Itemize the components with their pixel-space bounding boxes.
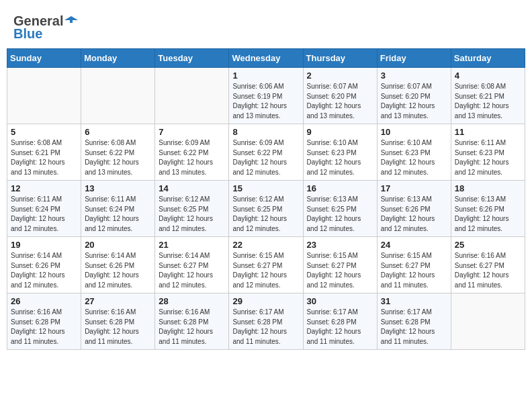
day-info: Sunrise: 6:06 AM Sunset: 6:19 PM Dayligh… [232,82,299,121]
calendar-week-row: 19Sunrise: 6:14 AM Sunset: 6:26 PM Dayli… [7,237,525,293]
day-info: Sunrise: 6:10 AM Sunset: 6:23 PM Dayligh… [381,138,447,177]
day-info: Sunrise: 6:09 AM Sunset: 6:22 PM Dayligh… [232,138,299,177]
day-number: 19 [11,240,77,250]
day-number: 23 [307,240,373,250]
calendar-cell: 23Sunrise: 6:15 AM Sunset: 6:27 PM Dayli… [303,237,377,293]
calendar-cell: 9Sunrise: 6:10 AM Sunset: 6:23 PM Daylig… [303,124,377,181]
day-number: 25 [455,240,521,250]
calendar-cell: 27Sunrise: 6:16 AM Sunset: 6:28 PM Dayli… [81,293,155,350]
day-info: Sunrise: 6:14 AM Sunset: 6:27 PM Dayligh… [159,251,225,290]
calendar-cell: 19Sunrise: 6:14 AM Sunset: 6:26 PM Dayli… [7,237,81,293]
day-info: Sunrise: 6:16 AM Sunset: 6:28 PM Dayligh… [159,308,225,347]
weekday-header-tuesday: Tuesday [155,49,229,68]
calendar-cell: 2Sunrise: 6:07 AM Sunset: 6:20 PM Daylig… [303,68,377,124]
calendar-cell: 24Sunrise: 6:15 AM Sunset: 6:27 PM Dayli… [377,237,451,293]
day-number: 22 [232,240,299,250]
weekday-header-wednesday: Wednesday [229,49,303,68]
day-info: Sunrise: 6:15 AM Sunset: 6:27 PM Dayligh… [232,251,299,290]
day-info: Sunrise: 6:12 AM Sunset: 6:25 PM Dayligh… [232,195,299,234]
calendar-cell: 12Sunrise: 6:11 AM Sunset: 6:24 PM Dayli… [7,181,81,237]
day-number: 9 [307,127,373,137]
day-number: 30 [307,296,373,306]
calendar-table: SundayMondayTuesdayWednesdayThursdayFrid… [7,48,525,350]
day-info: Sunrise: 6:16 AM Sunset: 6:28 PM Dayligh… [11,308,77,347]
calendar-cell: 20Sunrise: 6:14 AM Sunset: 6:26 PM Dayli… [81,237,155,293]
calendar-cell: 22Sunrise: 6:15 AM Sunset: 6:27 PM Dayli… [229,237,303,293]
calendar-cell: 17Sunrise: 6:13 AM Sunset: 6:26 PM Dayli… [377,181,451,237]
day-info: Sunrise: 6:11 AM Sunset: 6:24 PM Dayligh… [11,195,77,234]
calendar-cell: 28Sunrise: 6:16 AM Sunset: 6:28 PM Dayli… [155,293,229,350]
day-info: Sunrise: 6:07 AM Sunset: 6:20 PM Dayligh… [307,82,373,121]
day-number: 28 [159,296,225,306]
calendar-cell: 16Sunrise: 6:13 AM Sunset: 6:25 PM Dayli… [303,181,377,237]
day-number: 16 [307,183,373,193]
calendar-week-row: 12Sunrise: 6:11 AM Sunset: 6:24 PM Dayli… [7,181,525,237]
calendar-body: 1Sunrise: 6:06 AM Sunset: 6:19 PM Daylig… [7,68,525,350]
calendar-cell: 29Sunrise: 6:17 AM Sunset: 6:28 PM Dayli… [229,293,303,350]
calendar-cell: 13Sunrise: 6:11 AM Sunset: 6:24 PM Dayli… [81,181,155,237]
day-info: Sunrise: 6:14 AM Sunset: 6:26 PM Dayligh… [11,251,77,290]
day-number: 14 [159,183,225,193]
calendar-cell: 14Sunrise: 6:12 AM Sunset: 6:25 PM Dayli… [155,181,229,237]
day-number: 8 [232,127,299,137]
logo-bird-icon [64,15,78,28]
day-info: Sunrise: 6:13 AM Sunset: 6:26 PM Dayligh… [381,195,447,234]
day-info: Sunrise: 6:09 AM Sunset: 6:22 PM Dayligh… [159,138,225,177]
day-number: 26 [11,296,77,306]
day-info: Sunrise: 6:10 AM Sunset: 6:23 PM Dayligh… [307,138,373,177]
calendar-week-row: 1Sunrise: 6:06 AM Sunset: 6:19 PM Daylig… [7,68,525,124]
calendar-cell: 31Sunrise: 6:17 AM Sunset: 6:28 PM Dayli… [377,293,451,350]
calendar-cell [155,68,229,124]
calendar-cell: 15Sunrise: 6:12 AM Sunset: 6:25 PM Dayli… [229,181,303,237]
day-number: 10 [381,127,447,137]
day-info: Sunrise: 6:16 AM Sunset: 6:27 PM Dayligh… [455,251,521,290]
calendar-cell: 18Sunrise: 6:13 AM Sunset: 6:26 PM Dayli… [451,181,525,237]
weekday-header-row: SundayMondayTuesdayWednesdayThursdayFrid… [7,49,525,68]
calendar-cell: 3Sunrise: 6:07 AM Sunset: 6:20 PM Daylig… [377,68,451,124]
weekday-header-monday: Monday [81,49,155,68]
day-info: Sunrise: 6:15 AM Sunset: 6:27 PM Dayligh… [307,251,373,290]
day-number: 29 [232,296,299,306]
day-info: Sunrise: 6:08 AM Sunset: 6:21 PM Dayligh… [11,138,77,177]
day-info: Sunrise: 6:16 AM Sunset: 6:28 PM Dayligh… [85,308,151,347]
day-info: Sunrise: 6:17 AM Sunset: 6:28 PM Dayligh… [232,308,299,347]
day-number: 5 [11,127,77,137]
calendar-cell: 10Sunrise: 6:10 AM Sunset: 6:23 PM Dayli… [377,124,451,181]
day-number: 7 [159,127,225,137]
calendar-cell: 7Sunrise: 6:09 AM Sunset: 6:22 PM Daylig… [155,124,229,181]
day-info: Sunrise: 6:17 AM Sunset: 6:28 PM Dayligh… [381,308,447,347]
weekday-header-friday: Friday [377,49,451,68]
day-number: 18 [455,183,521,193]
calendar-cell: 1Sunrise: 6:06 AM Sunset: 6:19 PM Daylig… [229,68,303,124]
calendar-week-row: 5Sunrise: 6:08 AM Sunset: 6:21 PM Daylig… [7,124,525,181]
calendar-week-row: 26Sunrise: 6:16 AM Sunset: 6:28 PM Dayli… [7,293,525,350]
day-number: 13 [85,183,151,193]
day-info: Sunrise: 6:08 AM Sunset: 6:22 PM Dayligh… [85,138,151,177]
day-number: 6 [85,127,151,137]
calendar-cell: 8Sunrise: 6:09 AM Sunset: 6:22 PM Daylig… [229,124,303,181]
calendar-cell: 21Sunrise: 6:14 AM Sunset: 6:27 PM Dayli… [155,237,229,293]
calendar-cell: 5Sunrise: 6:08 AM Sunset: 6:21 PM Daylig… [7,124,81,181]
day-info: Sunrise: 6:14 AM Sunset: 6:26 PM Dayligh… [85,251,151,290]
page-header: General Blue [7,7,525,45]
logo: General Blue [13,13,78,42]
day-number: 21 [159,240,225,250]
day-info: Sunrise: 6:13 AM Sunset: 6:26 PM Dayligh… [455,195,521,234]
calendar-cell: 6Sunrise: 6:08 AM Sunset: 6:22 PM Daylig… [81,124,155,181]
day-info: Sunrise: 6:08 AM Sunset: 6:21 PM Dayligh… [455,82,521,121]
calendar-cell [7,68,81,124]
svg-marker-0 [64,16,78,23]
calendar-cell [81,68,155,124]
day-number: 17 [381,183,447,193]
calendar-cell: 4Sunrise: 6:08 AM Sunset: 6:21 PM Daylig… [451,68,525,124]
weekday-header-sunday: Sunday [7,49,81,68]
day-number: 15 [232,183,299,193]
day-number: 4 [455,71,521,81]
day-info: Sunrise: 6:12 AM Sunset: 6:25 PM Dayligh… [159,195,225,234]
day-info: Sunrise: 6:11 AM Sunset: 6:24 PM Dayligh… [85,195,151,234]
day-info: Sunrise: 6:17 AM Sunset: 6:28 PM Dayligh… [307,308,373,347]
day-info: Sunrise: 6:07 AM Sunset: 6:20 PM Dayligh… [381,82,447,121]
weekday-header-saturday: Saturday [451,49,525,68]
day-number: 20 [85,240,151,250]
calendar-cell: 26Sunrise: 6:16 AM Sunset: 6:28 PM Dayli… [7,293,81,350]
